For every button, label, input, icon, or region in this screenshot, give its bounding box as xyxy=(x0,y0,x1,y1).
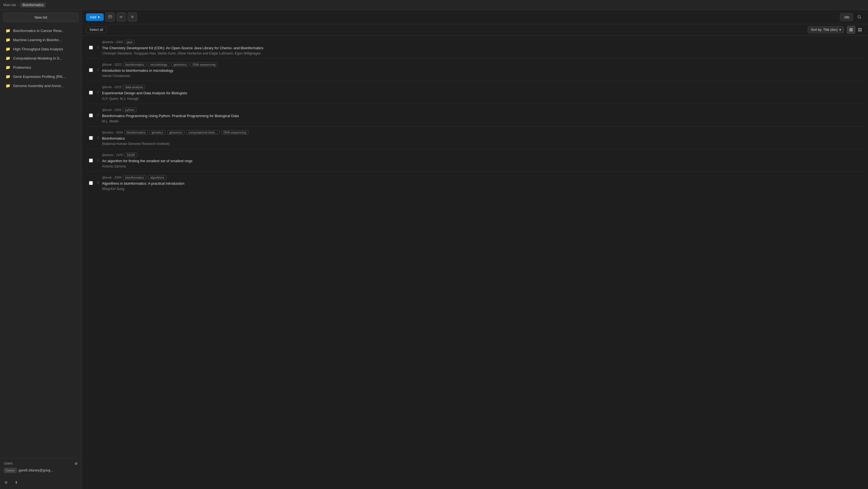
entry-meta: @book - 2023 data analysis xyxy=(102,85,862,89)
drag-handle[interactable]: ⠿ xyxy=(96,105,100,125)
folder-icon: 📁 xyxy=(6,37,10,42)
entry-item[interactable]: ⠿ @book - 2009 bioinformaticsalgorithms … xyxy=(86,173,864,193)
entry-type: @article - 1976 xyxy=(102,153,123,157)
entry-type: @book - 2023 xyxy=(102,63,121,66)
entry-content: @book - 2009 python Bioinformatics Progr… xyxy=(100,105,864,125)
folder-icon: 📁 xyxy=(6,47,10,51)
owner-tag: Owner xyxy=(4,468,17,473)
sidebar-item-machine-learning[interactable]: 📁 Machine Learning in Bioinfor... xyxy=(2,35,80,44)
entry-content: @online - 2024 bioinformaticsgeneticsgen… xyxy=(100,128,864,148)
export-button[interactable]: ⬆ xyxy=(12,478,21,487)
filter-bar: Select all Sort by: Title (dsc) ▾ xyxy=(82,24,868,36)
entry-authors: {National Human Genome Research Institut… xyxy=(102,142,862,146)
sidebar-item-computational-modeling[interactable]: 📁 Computational Modeling in S... xyxy=(2,54,80,63)
entry-title: Experimental Design and Data Analysis fo… xyxy=(102,91,862,96)
svg-rect-0 xyxy=(108,15,112,18)
svg-rect-8 xyxy=(858,28,860,29)
entry-checkbox-wrapper xyxy=(86,173,96,193)
entry-authors: Christoph Steinbeck, Yongquan Han, Stefa… xyxy=(102,52,862,55)
folder-icon: 📁 xyxy=(6,28,10,33)
breadcrumb-parent[interactable]: Main.bib xyxy=(3,3,16,7)
entry-tag: SSSR xyxy=(125,153,137,157)
svg-rect-10 xyxy=(858,30,860,31)
sidebar-item-genome-assembly[interactable]: 📁 Genome Assembly and Annot... xyxy=(2,81,80,90)
svg-point-3 xyxy=(858,16,861,18)
sort-dropdown[interactable]: Sort by: Title (dsc) ▾ xyxy=(808,26,844,33)
search-button[interactable] xyxy=(855,12,864,22)
entry-group: ⠿ @book - 2023 bioinformaticsmicrobiolog… xyxy=(86,60,864,81)
entry-meta: @book - 2009 python xyxy=(102,108,862,112)
view-toggle xyxy=(847,26,864,34)
add-chevron-icon: ▾ xyxy=(98,15,100,19)
drag-handle[interactable]: ⠿ xyxy=(96,128,100,148)
compact-view-button[interactable] xyxy=(856,26,864,34)
drag-handle[interactable]: ⠿ xyxy=(96,151,100,171)
entry-checkbox[interactable] xyxy=(89,91,93,95)
entry-title: Bioinformatics Programming Using Python:… xyxy=(102,114,862,119)
entry-title: Algorithms in bioinformatics: A practica… xyxy=(102,181,862,186)
entry-authors: Henrik Christensen xyxy=(102,74,862,78)
select-all-button[interactable]: Select all xyxy=(86,26,107,33)
drag-handle[interactable]: ⠿ xyxy=(96,60,100,80)
entry-checkbox-wrapper xyxy=(86,105,96,125)
entry-checkbox[interactable] xyxy=(89,158,93,162)
entry-tag: microbiology xyxy=(148,62,169,67)
entry-checkbox[interactable] xyxy=(89,68,93,72)
sidebar-item-gene-expression[interactable]: 📁 Gene Expression Profiling (RN... xyxy=(2,72,80,81)
close-button[interactable]: ✕ xyxy=(128,12,137,22)
sidebar-item-label: Proteomics xyxy=(13,65,31,69)
entry-checkbox-wrapper xyxy=(86,151,96,171)
entry-item[interactable]: ⠿ @article - 1976 SSSR An algorithm for … xyxy=(86,150,864,171)
entry-checkbox[interactable] xyxy=(89,136,93,140)
quote-icon xyxy=(119,15,123,19)
sidebar-item-high-throughput[interactable]: 📁 High-Throughput Data Analysis xyxy=(2,44,80,53)
entry-divider xyxy=(86,126,864,127)
list-view-button[interactable] xyxy=(847,26,855,34)
entry-title: The Chemistry Development Kit (CDK): An … xyxy=(102,45,862,51)
entry-item[interactable]: ⠿ @article - 2003 java The Chemistry Dev… xyxy=(86,37,864,58)
add-label: Add xyxy=(90,15,96,19)
folder-icon: 📁 xyxy=(6,84,10,88)
sort-chevron-icon: ▾ xyxy=(839,28,841,32)
entry-checkbox[interactable] xyxy=(89,45,93,50)
entry-checkbox-wrapper xyxy=(86,60,96,80)
entry-checkbox[interactable] xyxy=(89,181,93,185)
entry-item[interactable]: ⠿ @online - 2024 bioinformaticsgeneticsg… xyxy=(86,128,864,148)
sidebar-item-proteomics[interactable]: 📁 Proteomics xyxy=(2,63,80,72)
add-user-icon[interactable]: ⊕ xyxy=(74,461,78,466)
folder-icon: 📁 xyxy=(6,65,10,69)
entry-meta: @online - 2024 bioinformaticsgeneticsgen… xyxy=(102,130,862,134)
entry-group: ⠿ @article - 1976 SSSR An algorithm for … xyxy=(86,150,864,172)
entry-item[interactable]: ⠿ @book - 2009 python Bioinformatics Pro… xyxy=(86,105,864,126)
folder-icon: 📁 xyxy=(6,56,10,60)
drag-handle[interactable]: ⠿ xyxy=(96,173,100,193)
sidebar-item-label: Machine Learning in Bioinfor... xyxy=(13,38,62,42)
entry-checkbox-wrapper xyxy=(86,37,96,58)
add-button[interactable]: Add ▾ xyxy=(86,13,104,21)
users-section: Users ⊕ Owner gareth.bilaney@goog... xyxy=(4,461,78,473)
quote-button[interactable] xyxy=(117,12,126,22)
drag-handle[interactable]: ⠿ xyxy=(96,83,100,103)
user-email: gareth.bilaney@goog... xyxy=(18,468,53,472)
sidebar-list: 📁 Bioinformatics in Cancer Rese... 📁 Mac… xyxy=(0,25,82,458)
entry-divider xyxy=(86,58,864,59)
sidebar-item-label: Genome Assembly and Annot... xyxy=(13,84,64,88)
entry-item[interactable]: ⠿ @book - 2023 data analysis Experimenta… xyxy=(86,82,864,103)
entry-item[interactable]: ⠿ @book - 2023 bioinformaticsmicrobiolog… xyxy=(86,60,864,81)
entry-content: @book - 2023 bioinformaticsmicrobiologyg… xyxy=(100,60,864,80)
entry-checkbox[interactable] xyxy=(89,114,93,117)
entry-tag: bioinformatics xyxy=(123,175,146,180)
entry-tag: genomics xyxy=(167,130,185,134)
app-container: Main.bib › Bioinformatics New list 📁 Bio… xyxy=(0,0,868,489)
bib-button[interactable]: .bib xyxy=(840,13,853,21)
sidebar-item-bioinformatics-cancer[interactable]: 📁 Bioinformatics in Cancer Rese... xyxy=(2,26,80,35)
entry-title: An algorithm for finding the smallest se… xyxy=(102,158,862,163)
entry-tag: data analysis xyxy=(123,85,145,89)
export-icon-button[interactable] xyxy=(105,12,115,22)
settings-button[interactable]: ⚙ xyxy=(2,478,10,487)
new-list-button[interactable]: New list xyxy=(3,13,79,22)
svg-line-4 xyxy=(860,18,861,19)
drag-handle[interactable]: ⠿ xyxy=(96,37,100,58)
entries-list: ⠿ @article - 2003 java The Chemistry Dev… xyxy=(82,36,868,489)
folder-icon: 📁 xyxy=(6,74,10,79)
